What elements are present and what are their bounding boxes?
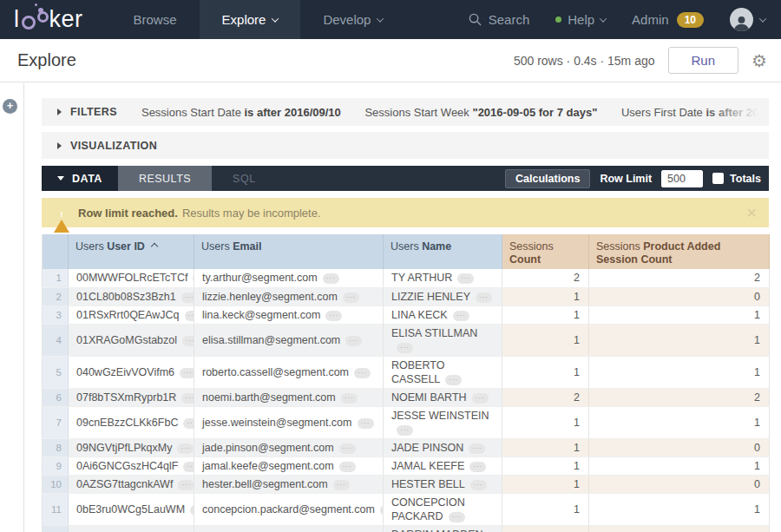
- cell-user-id: 040wGzEivVOVifm6···: [69, 356, 194, 388]
- cell-sessions-count[interactable]: 1: [502, 356, 589, 388]
- ellipsis-menu-icon[interactable]: ···: [185, 311, 194, 321]
- column-header-user-id[interactable]: Users User ID: [69, 234, 194, 269]
- ellipsis-menu-icon[interactable]: ···: [181, 292, 194, 303]
- cell-email: elisa.stillman@segment.com···: [194, 324, 384, 356]
- tab-results[interactable]: RESULTS: [118, 166, 212, 191]
- looker-logo[interactable]: l ker: [0, 0, 95, 39]
- ellipsis-menu-icon[interactable]: ···: [177, 443, 194, 454]
- table-row: 6 07f8bTSXmRyprb1R··· noemi.barth@segmen…: [43, 388, 770, 406]
- column-header-count[interactable]: Sessions Count: [502, 234, 589, 269]
- cell-product-added-session-count[interactable]: 0: [589, 438, 770, 456]
- ellipsis-menu-icon[interactable]: ···: [470, 480, 487, 490]
- gear-icon[interactable]: ⚙: [751, 52, 767, 69]
- cell-sessions-count[interactable]: 1: [502, 475, 589, 493]
- cell-user-id: 0CqEiDUgSI0OFTxh···: [69, 525, 194, 532]
- cell-product-added-session-count[interactable]: 1: [589, 324, 770, 356]
- ellipsis-menu-icon[interactable]: ···: [333, 480, 350, 490]
- ellipsis-menu-icon[interactable]: ···: [341, 393, 358, 404]
- totals-toggle[interactable]: Totals: [712, 173, 761, 185]
- column-header-email[interactable]: Users Email: [194, 234, 384, 269]
- ellipsis-menu-icon[interactable]: ···: [476, 292, 492, 303]
- row-limit-input[interactable]: [661, 170, 703, 187]
- cell-sessions-count[interactable]: 2: [502, 388, 589, 406]
- run-button[interactable]: Run: [668, 47, 739, 74]
- filter-item[interactable]: Sessions Start Week "2016-09-05 for 7 da…: [364, 106, 597, 119]
- filter-field: Users First Date: [621, 106, 703, 119]
- ellipsis-menu-icon[interactable]: ···: [339, 443, 356, 454]
- data-section-toggle[interactable]: DATA: [42, 166, 118, 191]
- user-menu[interactable]: [730, 8, 765, 31]
- ellipsis-menu-icon[interactable]: ···: [178, 480, 194, 490]
- ellipsis-menu-icon[interactable]: ···: [325, 311, 342, 321]
- cell-product-added-session-count[interactable]: 1: [589, 406, 770, 438]
- search-button[interactable]: Search: [469, 12, 530, 27]
- nav-explore[interactable]: Explore: [200, 0, 301, 39]
- help-menu[interactable]: Help: [555, 12, 606, 27]
- cell-product-added-session-count[interactable]: 1: [589, 493, 770, 525]
- ellipsis-menu-icon[interactable]: ···: [354, 368, 371, 378]
- cell-user-id: 01CL80b08Sz3Bzh1···: [69, 287, 194, 305]
- filters-section[interactable]: FILTERS Sessions Start Date is after 201…: [42, 98, 769, 126]
- cell-product-added-session-count[interactable]: 2: [589, 269, 770, 287]
- cell-sessions-count[interactable]: 1: [502, 406, 589, 438]
- cell-sessions-count[interactable]: 1: [502, 456, 589, 475]
- ellipsis-menu-icon[interactable]: ···: [397, 425, 413, 436]
- calculations-button[interactable]: Calculations: [505, 169, 590, 188]
- cell-sessions-count[interactable]: 1: [502, 287, 589, 305]
- ellipsis-menu-icon[interactable]: ···: [182, 336, 194, 346]
- cell-product-added-session-count[interactable]: 1: [589, 456, 770, 475]
- ellipsis-menu-icon[interactable]: ···: [345, 336, 362, 346]
- cell-product-added-session-count[interactable]: 0: [589, 287, 770, 305]
- cell-product-added-session-count[interactable]: 2: [589, 388, 770, 406]
- chevron-down-icon: [272, 15, 279, 22]
- visualization-section[interactable]: VISUALIZATION: [42, 132, 769, 159]
- cell-product-added-session-count[interactable]: 1: [589, 305, 770, 324]
- nav-browse[interactable]: Browse: [111, 0, 200, 39]
- column-header-name[interactable]: Users Name: [384, 234, 502, 269]
- ellipsis-menu-icon[interactable]: ···: [323, 273, 339, 284]
- close-icon[interactable]: ×: [746, 204, 757, 221]
- ellipsis-menu-icon[interactable]: ···: [449, 512, 465, 522]
- table-row: 12 0CqEiDUgSI0OFTxh··· darrin.madden@seg…: [43, 525, 770, 532]
- cell-sessions-count[interactable]: 1: [502, 438, 589, 456]
- tab-sql[interactable]: SQL: [212, 166, 277, 191]
- ellipsis-menu-icon[interactable]: ···: [358, 418, 374, 429]
- nav-develop[interactable]: Develop: [300, 0, 405, 39]
- ellipsis-menu-icon[interactable]: ···: [469, 443, 485, 454]
- table-row: 1 00MWWFOLRcETcTCf··· ty.arthur@segment.…: [43, 269, 770, 287]
- ellipsis-menu-icon[interactable]: ···: [445, 375, 462, 385]
- ellipsis-menu-icon[interactable]: ···: [181, 393, 194, 404]
- ellipsis-menu-icon[interactable]: ···: [180, 368, 194, 378]
- ellipsis-menu-icon[interactable]: ···: [472, 393, 489, 404]
- cell-sessions-count[interactable]: 1: [502, 525, 589, 532]
- ellipsis-menu-icon[interactable]: ···: [339, 462, 356, 472]
- ellipsis-menu-icon[interactable]: ···: [457, 273, 474, 284]
- cell-sessions-count[interactable]: 1: [502, 305, 589, 324]
- cell-product-added-session-count[interactable]: 0: [589, 475, 770, 493]
- row-number-header: [43, 234, 69, 269]
- ellipsis-menu-icon[interactable]: ···: [453, 311, 469, 321]
- add-panel-button[interactable]: +: [3, 99, 17, 114]
- ellipsis-menu-icon[interactable]: ···: [183, 462, 194, 472]
- ellipsis-menu-icon[interactable]: ···: [469, 462, 486, 472]
- filter-item[interactable]: Users First Date is after 2016/09/10: [621, 106, 769, 119]
- query-stats: 500 rows · 0.4s · 15m ago: [514, 54, 655, 68]
- admin-menu[interactable]: Admin 10: [632, 12, 704, 28]
- ellipsis-menu-icon[interactable]: ···: [190, 505, 194, 516]
- cell-sessions-count[interactable]: 1: [502, 324, 589, 356]
- ellipsis-menu-icon[interactable]: ···: [397, 343, 413, 353]
- cell-product-added-session-count[interactable]: 1: [589, 356, 770, 388]
- cell-email: jamal.keefe@segment.com···: [194, 456, 384, 475]
- cell-sessions-count[interactable]: 1: [502, 493, 589, 525]
- ellipsis-menu-icon[interactable]: ···: [183, 418, 194, 429]
- cell-product-added-session-count[interactable]: 1: [589, 525, 770, 532]
- column-header-product-added-session-count[interactable]: Sessions Product Added Session Count: [589, 234, 770, 269]
- filter-item[interactable]: Sessions Start Date is after 2016/09/10: [141, 106, 341, 119]
- cell-name: NOEMI BARTH···: [384, 388, 502, 406]
- cell-sessions-count[interactable]: 2: [502, 269, 589, 287]
- logo-bubble-icon: [38, 8, 43, 13]
- ellipsis-menu-icon[interactable]: ···: [343, 292, 359, 303]
- cell-email: jesse.weinstein@segment.com···: [194, 406, 384, 438]
- totals-checkbox[interactable]: [712, 173, 724, 184]
- ellipsis-menu-icon[interactable]: ···: [380, 505, 384, 516]
